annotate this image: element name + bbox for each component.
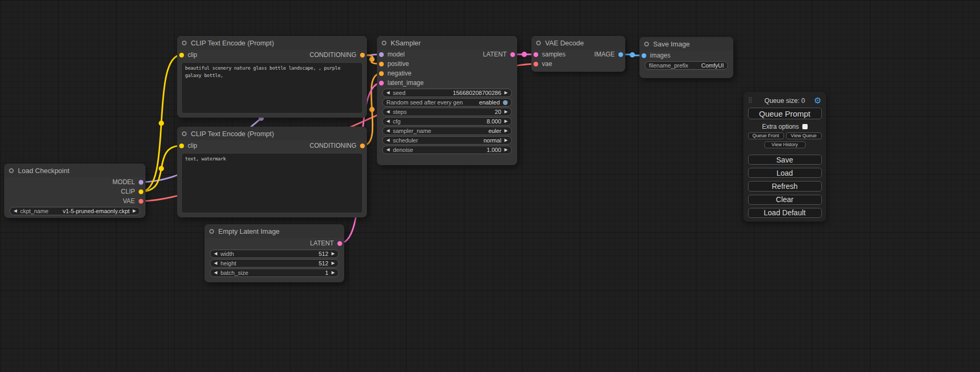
output-port-latent[interactable] bbox=[510, 52, 515, 57]
node-clip-text-encode-negative[interactable]: CLIP Text Encode (Prompt) clip CONDITION… bbox=[177, 127, 367, 217]
queue-menu-panel: ⣿ Queue size: 0 ⚙ Queue Prompt Extra opt… bbox=[743, 92, 826, 222]
widget-width[interactable]: ◀ width 512 ▶ bbox=[210, 250, 339, 258]
output-port-vae[interactable] bbox=[139, 199, 143, 204]
extra-options-row: Extra options bbox=[762, 123, 807, 130]
arrow-right-icon[interactable]: ▶ bbox=[504, 91, 508, 95]
toggle-on-dot[interactable] bbox=[503, 100, 508, 105]
node-collapse-dot[interactable] bbox=[182, 41, 187, 45]
output-port-clip[interactable] bbox=[139, 189, 143, 194]
widget-ckpt-name[interactable]: ◀ ckpt_name v1-5-pruned-emaonly.ckpt ▶ bbox=[9, 207, 140, 215]
wire-midpoint-dot bbox=[159, 121, 164, 126]
queue-size-label: Queue size: 0 bbox=[764, 97, 805, 104]
node-empty-latent-image[interactable]: Empty Latent Image LATENT ◀ width 512 ▶ … bbox=[205, 224, 344, 282]
arrow-right-icon[interactable]: ▶ bbox=[504, 119, 508, 123]
output-port-model[interactable] bbox=[139, 180, 143, 185]
widget-label: seed bbox=[393, 90, 405, 96]
widget-value: normal bbox=[483, 137, 501, 144]
output-port-conditioning[interactable] bbox=[360, 53, 365, 58]
clear-button[interactable]: Clear bbox=[748, 195, 822, 205]
node-collapse-dot[interactable] bbox=[9, 168, 14, 173]
empty-latent-title-bar[interactable]: Empty Latent Image bbox=[205, 224, 344, 238]
node-ksampler[interactable]: KSampler model LATENT positive negative … bbox=[377, 36, 517, 165]
input-port-clip[interactable] bbox=[179, 53, 184, 58]
arrow-right-icon[interactable]: ▶ bbox=[332, 271, 335, 275]
prompt-textarea[interactable]: text, watermark bbox=[181, 153, 363, 213]
widget-filename-prefix[interactable]: filename_prefix ComfyUI bbox=[645, 61, 728, 70]
node-collapse-dot[interactable] bbox=[182, 131, 187, 136]
node-clip-text-encode-positive[interactable]: CLIP Text Encode (Prompt) clip CONDITION… bbox=[177, 36, 367, 118]
input-port-samples[interactable] bbox=[533, 52, 538, 57]
refresh-button[interactable]: Refresh bbox=[748, 181, 822, 191]
arrow-right-icon[interactable]: ▶ bbox=[504, 129, 508, 133]
widget-height[interactable]: ◀ height 512 ▶ bbox=[210, 259, 339, 268]
arrow-right-icon[interactable]: ▶ bbox=[332, 261, 335, 265]
arrow-right-icon[interactable]: ▶ bbox=[133, 209, 136, 213]
widget-batch-size[interactable]: ◀ batch_size 1 ▶ bbox=[210, 269, 339, 277]
input-row-positive: positive bbox=[377, 59, 517, 69]
input-port-vae[interactable] bbox=[533, 62, 538, 66]
input-port-latent-image[interactable] bbox=[379, 81, 384, 85]
node-graph-canvas[interactable]: { "colors": { "model": "#B39DDB", "clip"… bbox=[0, 0, 980, 372]
queue-prompt-button[interactable]: Queue Prompt bbox=[748, 108, 822, 119]
view-queue-button[interactable]: View Queue bbox=[786, 132, 822, 139]
node-save-image[interactable]: Save Image images filename_prefix ComfyU… bbox=[639, 37, 733, 78]
ksampler-title-bar[interactable]: KSampler bbox=[377, 36, 517, 50]
view-history-button[interactable]: View History bbox=[764, 141, 806, 148]
input-port-clip[interactable] bbox=[179, 144, 184, 148]
arrow-left-icon[interactable]: ◀ bbox=[214, 252, 217, 256]
load-button[interactable]: Load bbox=[748, 168, 822, 178]
widget-seed[interactable]: ◀ seed 156680208700286 ▶ bbox=[382, 89, 512, 97]
node-collapse-dot[interactable] bbox=[209, 229, 214, 234]
arrow-left-icon[interactable]: ◀ bbox=[214, 261, 217, 265]
vae-decode-title-bar[interactable]: VAE Decode bbox=[531, 36, 625, 50]
save-button[interactable]: Save bbox=[748, 155, 822, 165]
queue-menu-header: ⣿ Queue size: 0 ⚙ bbox=[748, 96, 822, 106]
widget-random-seed-toggle[interactable]: Random seed after every gen enabled bbox=[382, 98, 512, 107]
widget-cfg[interactable]: ◀ cfg 8.000 ▶ bbox=[382, 117, 512, 126]
input-label-samples: samples bbox=[542, 51, 566, 58]
node-collapse-dot[interactable] bbox=[536, 41, 541, 45]
arrow-right-icon[interactable]: ▶ bbox=[504, 148, 508, 152]
save-image-title-bar[interactable]: Save Image bbox=[639, 37, 733, 51]
arrow-right-icon[interactable]: ▶ bbox=[504, 138, 508, 142]
arrow-left-icon[interactable]: ◀ bbox=[14, 209, 17, 213]
widget-sampler-name[interactable]: ◀ sampler_name euler ▶ bbox=[382, 127, 512, 135]
node-title: Save Image bbox=[653, 40, 690, 48]
queue-front-button[interactable]: Queue Front bbox=[748, 132, 784, 139]
clip-positive-title-bar[interactable]: CLIP Text Encode (Prompt) bbox=[177, 36, 367, 50]
arrow-right-icon[interactable]: ▶ bbox=[332, 252, 335, 256]
wire-midpoint-dot bbox=[630, 52, 635, 58]
input-port-negative[interactable] bbox=[379, 71, 384, 76]
node-title: Load Checkpoint bbox=[18, 167, 70, 175]
input-port-model[interactable] bbox=[379, 52, 384, 57]
arrow-left-icon[interactable]: ◀ bbox=[386, 129, 390, 133]
output-row-model: MODEL bbox=[4, 177, 145, 187]
extra-options-checkbox[interactable] bbox=[802, 124, 808, 129]
output-port-latent[interactable] bbox=[337, 241, 342, 246]
arrow-left-icon[interactable]: ◀ bbox=[214, 271, 217, 275]
arrow-left-icon[interactable]: ◀ bbox=[386, 110, 390, 114]
input-port-images[interactable] bbox=[642, 53, 646, 58]
node-vae-decode[interactable]: VAE Decode samples IMAGE vae bbox=[531, 36, 625, 72]
widget-steps[interactable]: ◀ steps 20 ▶ bbox=[382, 108, 512, 116]
node-collapse-dot[interactable] bbox=[644, 42, 649, 46]
node-load-checkpoint[interactable]: Load Checkpoint MODEL CLIP VAE ◀ ckpt_na… bbox=[4, 164, 145, 218]
arrow-left-icon[interactable]: ◀ bbox=[386, 91, 390, 95]
widget-scheduler[interactable]: ◀ scheduler normal ▶ bbox=[382, 136, 512, 145]
arrow-left-icon[interactable]: ◀ bbox=[386, 119, 390, 123]
clip-negative-title-bar[interactable]: CLIP Text Encode (Prompt) bbox=[177, 127, 367, 140]
node-collapse-dot[interactable] bbox=[382, 41, 386, 45]
arrow-left-icon[interactable]: ◀ bbox=[386, 138, 390, 142]
drag-handle-icon[interactable]: ⣿ bbox=[748, 97, 752, 103]
load-checkpoint-title-bar[interactable]: Load Checkpoint bbox=[4, 164, 145, 177]
settings-gear-icon[interactable]: ⚙ bbox=[814, 96, 821, 106]
output-port-conditioning[interactable] bbox=[360, 144, 365, 148]
widget-value: euler bbox=[488, 128, 501, 134]
arrow-right-icon[interactable]: ▶ bbox=[504, 110, 508, 114]
arrow-left-icon[interactable]: ◀ bbox=[386, 148, 390, 152]
input-port-positive[interactable] bbox=[379, 62, 384, 66]
load-default-button[interactable]: Load Default bbox=[748, 208, 822, 218]
widget-denoise[interactable]: ◀ denoise 1.000 ▶ bbox=[382, 146, 512, 154]
output-port-image[interactable] bbox=[618, 52, 623, 57]
prompt-textarea[interactable]: beautiful scenery nature glass bottle la… bbox=[181, 62, 363, 113]
